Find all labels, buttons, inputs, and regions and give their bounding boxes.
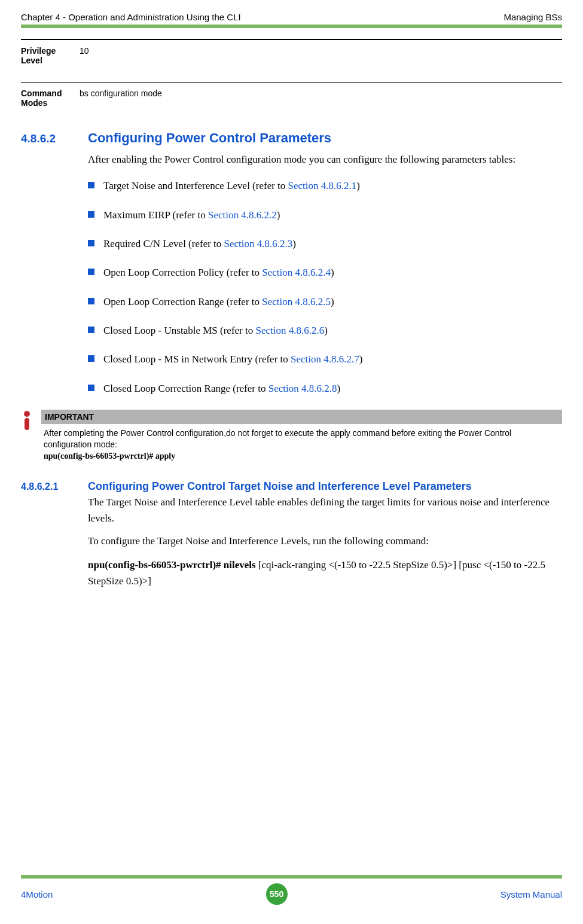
meta-row-privilege: Privilege Level 10 xyxy=(21,39,562,82)
subsection-title: Configuring Power Control Target Noise a… xyxy=(88,480,472,493)
section-title: Configuring Power Control Parameters xyxy=(88,130,331,146)
list-item: Required C/N Level (refer to Section 4.8… xyxy=(88,236,562,252)
bullet-post: ) xyxy=(331,296,334,307)
bullet-post: ) xyxy=(337,383,340,394)
section-link[interactable]: Section 4.8.6.2.8 xyxy=(268,383,337,394)
bullet-pre: Closed Loop Correction Range (refer to xyxy=(103,383,268,394)
important-icon xyxy=(21,410,41,462)
header-right: Managing BSs xyxy=(503,12,562,22)
section-link[interactable]: Section 4.8.6.2.4 xyxy=(262,267,331,278)
subsection-heading: 4.8.6.2.1 Configuring Power Control Targ… xyxy=(21,480,562,493)
note-text-line: After completing the Power Control confi… xyxy=(44,428,511,449)
meta-row-modes: Command Modes bs configuration mode xyxy=(21,82,562,124)
important-note: IMPORTANT After completing the Power Con… xyxy=(21,410,562,462)
section-intro: After enabling the Power Control configu… xyxy=(88,152,562,167)
svg-rect-1 xyxy=(25,418,29,430)
privilege-value: 10 xyxy=(76,40,89,82)
modes-value: bs configuration mode xyxy=(76,83,162,124)
section-link[interactable]: Section 4.8.6.2.2 xyxy=(208,209,277,221)
footer-left: 4Motion xyxy=(21,889,53,899)
command-bold: npu(config-bs-66053-pwrctrl)# nilevels xyxy=(88,559,256,571)
subsection-number: 4.8.6.2.1 xyxy=(21,481,88,492)
bullet-pre: Required C/N Level (refer to xyxy=(103,238,224,249)
section-link[interactable]: Section 4.8.6.2.3 xyxy=(224,238,293,249)
bullet-post: ) xyxy=(331,267,334,278)
bullet-post: ) xyxy=(277,209,280,221)
section-heading: 4.8.6.2 Configuring Power Control Parame… xyxy=(21,130,562,146)
list-item: Maximum EIRP (refer to Section 4.8.6.2.2… xyxy=(88,208,562,223)
bullet-pre: Open Loop Correction Range (refer to xyxy=(103,296,262,307)
note-text: After completing the Power Control confi… xyxy=(41,424,562,462)
bullet-pre: Target Noise and Interference Level (ref… xyxy=(103,180,288,191)
subsection-p2: To configure the Target Noise and Interf… xyxy=(88,533,562,549)
note-title: IMPORTANT xyxy=(41,410,562,424)
privilege-label: Privilege Level xyxy=(21,40,76,82)
command-line: npu(config-bs-66053-pwrctrl)# nilevels [… xyxy=(88,557,562,589)
bullet-post: ) xyxy=(359,353,363,365)
list-item: Closed Loop Correction Range (refer to S… xyxy=(88,381,562,397)
list-item: Closed Loop - MS in Network Entry (refer… xyxy=(88,352,562,367)
bullet-pre: Closed Loop - Unstable MS (refer to xyxy=(103,325,255,336)
section-link[interactable]: Section 4.8.6.2.6 xyxy=(255,325,324,336)
page-number-badge: 550 xyxy=(266,883,288,905)
svg-point-0 xyxy=(24,411,30,417)
section-link[interactable]: Section 4.8.6.2.7 xyxy=(291,353,359,365)
list-item: Open Loop Correction Range (refer to Sec… xyxy=(88,294,562,310)
header-left: Chapter 4 - Operation and Administration… xyxy=(21,12,241,22)
bullet-list: Target Noise and Interference Level (ref… xyxy=(88,178,562,397)
bullet-post: ) xyxy=(356,180,360,191)
meta-table: Privilege Level 10 Command Modes bs conf… xyxy=(21,39,562,124)
section-link[interactable]: Section 4.8.6.2.1 xyxy=(288,180,357,191)
list-item: Closed Loop - Unstable MS (refer to Sect… xyxy=(88,323,562,339)
bullet-post: ) xyxy=(292,238,296,249)
bullet-pre: Closed Loop - MS in Network Entry (refer… xyxy=(103,353,291,365)
section-number: 4.8.6.2 xyxy=(21,132,88,145)
bullet-pre: Maximum EIRP (refer to xyxy=(103,209,208,221)
modes-label: Command Modes xyxy=(21,83,76,124)
footer-right-link[interactable]: System Manual xyxy=(500,889,562,899)
section-link[interactable]: Section 4.8.6.2.5 xyxy=(262,296,331,307)
list-item: Target Noise and Interference Level (ref… xyxy=(88,178,562,194)
subsection-p1: The Target Noise and Interference Level … xyxy=(88,495,562,526)
bullet-pre: Open Loop Correction Policy (refer to xyxy=(103,267,262,278)
note-command: npu(config-bs-66053-pwrctrl)# apply xyxy=(44,452,175,461)
bullet-post: ) xyxy=(324,325,328,336)
page-header: Chapter 4 - Operation and Administration… xyxy=(21,12,562,28)
page-footer: 4Motion 550 System Manual xyxy=(21,875,562,905)
list-item: Open Loop Correction Policy (refer to Se… xyxy=(88,265,562,280)
